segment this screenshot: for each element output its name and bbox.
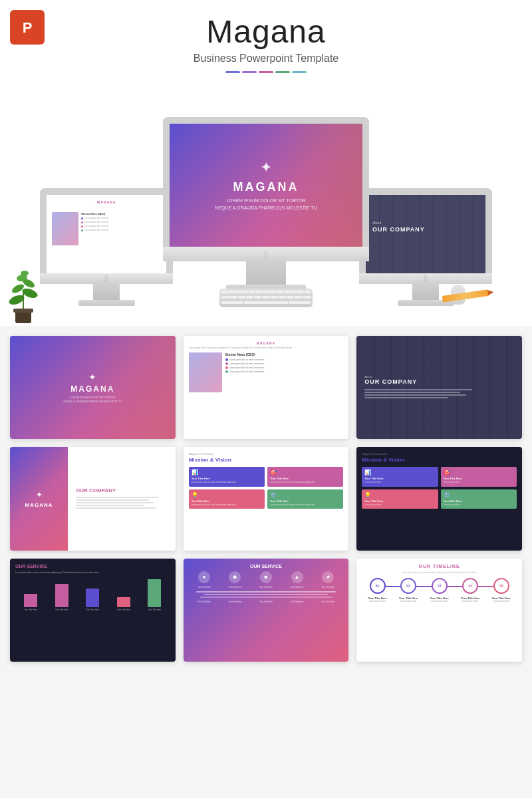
slide2-brand: MAGANA bbox=[189, 341, 344, 345]
slide3-company: OUR COMPANY bbox=[364, 378, 417, 385]
slide6-item4-title: Your Title Here bbox=[444, 499, 514, 503]
screen-right-content: About OUR COMPANY bbox=[366, 195, 485, 273]
slide2-name: Steven Ness (CEO) bbox=[225, 352, 344, 356]
slide9-title: OUR TIMELINE bbox=[362, 564, 517, 569]
screen-left-content: MAGANA — — — — — — — — — Steven Ness (CE… bbox=[47, 195, 166, 273]
slide6-item4-icon: ⚙️ bbox=[444, 492, 514, 498]
slide5-item4-title: Your Title Here bbox=[270, 499, 340, 503]
slides-grid: ✦ MAGANA LOREM IPSUM DOLOR SIT TORTORNEQ… bbox=[0, 326, 532, 672]
slide5-brand: Magana Presentation bbox=[189, 452, 344, 456]
svg-rect-3 bbox=[13, 309, 33, 313]
slide5-item1-icon: 📊 bbox=[192, 469, 262, 475]
slide7-body: Lorem ipsum dolor sit amet consectetur a… bbox=[15, 571, 170, 575]
slide6-item3-text: Lorem ipsum dolor bbox=[364, 503, 435, 506]
slide5-item1-title: Your Title Here bbox=[192, 477, 262, 480]
slide5-item3-text: Lorem ipsum dolor sit amet consectetur a… bbox=[192, 503, 262, 506]
slide-9-timeline[interactable]: OUR TIMELINE Lorem ipsum dolor sit amet … bbox=[356, 559, 522, 662]
slide6-item3-icon: 💡 bbox=[364, 492, 435, 498]
slide8-icon1: ● bbox=[198, 571, 210, 583]
slide8-icon5: ★ bbox=[322, 571, 334, 583]
monitor-left: MAGANA — — — — — — — — — Steven Ness (CE… bbox=[40, 188, 173, 306]
slide4-title: OUR COMPANY bbox=[76, 487, 168, 493]
slide-6-mission-dark[interactable]: Magana Presentation Mission & Vision 📊 Y… bbox=[356, 447, 522, 550]
slide1-tagline: LOREM IPSUM DOLOR SIT TORTORNEQUE A GRAV… bbox=[64, 396, 122, 404]
header-divider bbox=[13, 71, 519, 73]
timeline-step-4: 04 Your Title Here Lorem ipsum dolor bbox=[457, 578, 483, 603]
app-title: Magana bbox=[13, 13, 519, 50]
slide8-title: OUR SERVICE bbox=[189, 564, 344, 569]
slide2-bullet2: Lorem ipsum dolor sit amet consectetur bbox=[229, 362, 265, 365]
slide2-photo bbox=[189, 352, 222, 392]
svg-text:P: P bbox=[23, 19, 33, 36]
slide8-icon3: ■ bbox=[260, 571, 272, 583]
slide6-item4-text: Lorem ipsum dolor bbox=[444, 503, 514, 506]
timeline-step-5: 05 Your Title Here Lorem ipsum dolor bbox=[488, 578, 515, 603]
slide5-item3-icon: 💡 bbox=[192, 492, 262, 498]
slide2-desc: Lorem ipsum dolor sit consectetur adipis… bbox=[189, 346, 344, 349]
svg-rect-2 bbox=[15, 311, 31, 323]
monitors-container: MAGANA — — — — — — — — — Steven Ness (CE… bbox=[33, 86, 499, 313]
slide6-item1-title: Your Title Here bbox=[364, 477, 435, 480]
page-header: P Magana Business Powerpoint Template bbox=[0, 0, 532, 80]
slide6-title: Mission & Vision bbox=[362, 457, 517, 463]
monitor-right: About OUR COMPANY  bbox=[359, 188, 492, 306]
screen-center-content: ✦ MAGANA LOREM IPSUM DOLOR SIT TORTORNEQ… bbox=[170, 124, 362, 247]
slide6-item2-icon: 🎯 bbox=[444, 469, 514, 475]
slide7-title: OUR SERVICE bbox=[15, 564, 170, 569]
slide5-item4-text: Lorem ipsum dolor sit amet consectetur a… bbox=[270, 503, 340, 506]
slide4-brand: MAGANA bbox=[25, 502, 53, 508]
slide-1-magana-main[interactable]: ✦ MAGANA LOREM IPSUM DOLOR SIT TORTORNEQ… bbox=[10, 336, 176, 439]
slide5-title: Mission & Vision bbox=[189, 457, 344, 463]
timeline-step-3: 03 Your Title Here Lorem ipsum dolor bbox=[426, 578, 453, 603]
monitor-center: ✦ MAGANA LOREM IPSUM DOLOR SIT TORTORNEQ… bbox=[163, 117, 369, 293]
slide6-item2-title: Your Title Here bbox=[444, 477, 514, 480]
slide8-icon2: ◆ bbox=[229, 571, 241, 583]
slide-5-mission-colored[interactable]: Magana Presentation Mission & Vision 📊 Y… bbox=[184, 447, 349, 550]
slide4-logo: ✦ bbox=[36, 490, 43, 499]
slide6-item1-icon: 📊 bbox=[364, 469, 435, 475]
slide-2-team[interactable]: MAGANA Lorem ipsum dolor sit consectetur… bbox=[184, 336, 349, 439]
keyboard-prop bbox=[219, 289, 313, 307]
slide9-body: Lorem ipsum dolor sit amet consectetur a… bbox=[362, 571, 517, 575]
hero-section: MAGANA — — — — — — — — — Steven Ness (CE… bbox=[0, 80, 532, 326]
slide2-bullet3: Lorem ipsum dolor sit amet consectetur bbox=[229, 366, 265, 369]
slide-8-service-gradient[interactable]: OUR SERVICE ● ◆ ■ ▲ ★ Your Title Here Yo… bbox=[184, 559, 349, 662]
slide8-icon4: ▲ bbox=[291, 571, 303, 583]
slide6-brand: Magana Presentation bbox=[362, 452, 517, 456]
slide5-item4-icon: ⚙️ bbox=[270, 492, 340, 498]
app-subtitle: Business Powerpoint Template bbox=[13, 53, 519, 65]
slide5-item1-text: Lorem ipsum dolor sit amet consectetur a… bbox=[192, 481, 262, 483]
slide5-item2-text: Lorem ipsum dolor sit amet consectetur a… bbox=[270, 481, 340, 483]
slide5-item2-icon: 🎯 bbox=[270, 469, 340, 475]
slide5-item2-title: Your Title Here bbox=[270, 477, 340, 480]
slide6-item2-text: Lorem ipsum dolor bbox=[444, 481, 514, 483]
slide6-item3-title: Your Title Here bbox=[364, 499, 435, 503]
slide-3-company-dark[interactable]: About OUR COMPANY bbox=[356, 336, 522, 439]
timeline-step-1: 01 Your Title Here Lorem ipsum dolor bbox=[364, 578, 391, 603]
slide-4-company-light[interactable]: ✦ MAGANA OUR COMPANY bbox=[10, 447, 176, 550]
slide5-item3-title: Your Title Here bbox=[192, 499, 262, 503]
slide6-item1-text: Lorem ipsum dolor bbox=[364, 481, 435, 483]
powerpoint-badge: P bbox=[10, 10, 45, 45]
slide2-bullet4: Lorem ipsum dolor sit amet consectetur bbox=[229, 370, 265, 373]
svg-point-10 bbox=[21, 271, 29, 276]
timeline-step-2: 02 Your Title Here Lorem ipsum dolor bbox=[395, 578, 422, 603]
plant-decoration bbox=[3, 263, 43, 326]
slide-7-service-dark[interactable]: OUR SERVICE Lorem ipsum dolor sit amet c… bbox=[10, 559, 176, 662]
slide2-bullet1: Lorem ipsum dolor sit amet consectetur bbox=[229, 358, 265, 361]
